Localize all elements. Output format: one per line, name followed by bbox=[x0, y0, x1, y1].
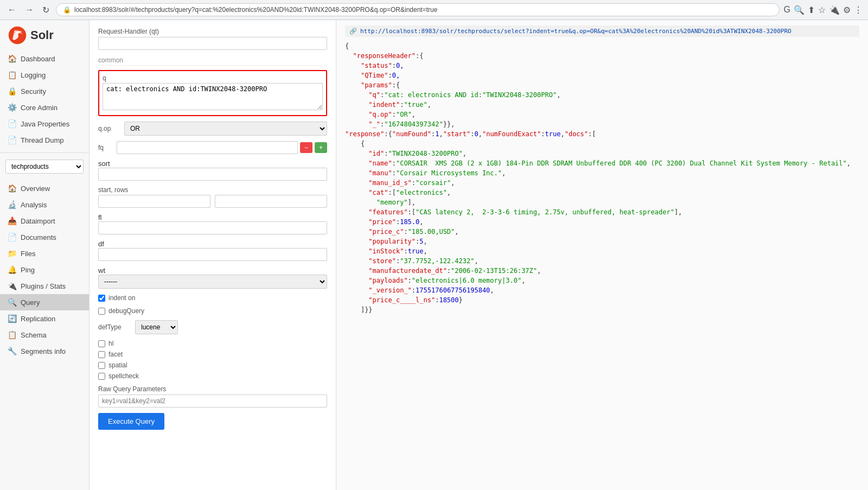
sidebar-item-label: Ping bbox=[21, 266, 35, 274]
fq-row: fq − + bbox=[98, 141, 327, 154]
debugquery-row: debugQuery bbox=[98, 307, 327, 315]
solr-logo: Solr bbox=[0, 20, 89, 48]
core-admin-icon: ⚙️ bbox=[8, 103, 16, 112]
sidebar-item-java-properties[interactable]: 📄 Java Properties bbox=[0, 116, 89, 132]
analysis-icon: 🔬 bbox=[8, 200, 16, 209]
sidebar-item-label: Plugins / Stats bbox=[21, 282, 66, 290]
sidebar-item-label: Core Admin bbox=[21, 104, 58, 112]
sidebar-item-label: Thread Dump bbox=[21, 136, 63, 144]
debugquery-checkbox[interactable] bbox=[98, 308, 105, 315]
ping-icon: 🔔 bbox=[8, 265, 16, 274]
fl-row: fl bbox=[98, 213, 327, 234]
search-icon[interactable]: 🔍 bbox=[794, 5, 805, 15]
rows-spacer bbox=[215, 186, 327, 194]
sidebar-item-files[interactable]: 📁 Files bbox=[0, 245, 89, 262]
sidebar-item-analysis[interactable]: 🔬 Analysis bbox=[0, 196, 89, 213]
facet-checkbox[interactable] bbox=[98, 351, 105, 358]
settings-icon[interactable]: ⚙ bbox=[843, 5, 851, 15]
sidebar-item-logging[interactable]: 📋 Logging bbox=[0, 67, 89, 83]
indent-label: indent on bbox=[108, 294, 135, 302]
spellcheck-checkbox[interactable] bbox=[98, 373, 105, 380]
request-handler-input[interactable]: /select bbox=[98, 37, 327, 50]
start-group: start, rows 0 bbox=[98, 186, 210, 208]
json-output: { "responseHeader":{ "status":0, "QTime"… bbox=[345, 41, 859, 315]
facet-row: facet bbox=[98, 351, 327, 358]
hl-checkbox[interactable] bbox=[98, 340, 105, 347]
sidebar-item-label: Documents bbox=[21, 233, 56, 241]
results-url-icon: 🔗 bbox=[349, 28, 357, 35]
sidebar-item-dashboard[interactable]: 🏠 Dashboard bbox=[0, 50, 89, 67]
execute-query-button[interactable]: Execute Query bbox=[98, 413, 164, 430]
qop-label: q.op bbox=[98, 125, 120, 132]
refresh-button[interactable]: ↻ bbox=[40, 4, 52, 16]
indent-checkbox[interactable] bbox=[98, 295, 105, 302]
bookmark-icon[interactable]: ☆ bbox=[818, 5, 826, 15]
address-bar[interactable]: 🔒 localhost:8983/solr/#/techproducts/que… bbox=[56, 3, 780, 16]
url-text: localhost:8983/solr/#/techproducts/query… bbox=[74, 6, 437, 14]
extensions-icon[interactable]: 🔌 bbox=[829, 5, 840, 15]
fl-input[interactable] bbox=[98, 221, 327, 234]
collection-dropdown[interactable]: techproducts bbox=[5, 160, 84, 174]
deftype-row: defType lucene dismax edismax bbox=[98, 320, 327, 334]
sidebar-item-query[interactable]: 🔍 Query bbox=[0, 294, 89, 310]
fq-minus-button[interactable]: − bbox=[300, 142, 312, 153]
fq-input[interactable] bbox=[117, 141, 298, 154]
raw-params-input[interactable] bbox=[98, 394, 327, 408]
security-icon: 🔒 bbox=[8, 87, 16, 96]
sidebar-item-label: Java Properties bbox=[21, 120, 69, 128]
q-label: q bbox=[103, 74, 323, 82]
spellcheck-row: spellcheck bbox=[98, 372, 327, 380]
rows-input[interactable]: 10 bbox=[215, 195, 327, 208]
forward-button[interactable]: → bbox=[23, 4, 36, 16]
sidebar-item-ping[interactable]: 🔔 Ping bbox=[0, 262, 89, 278]
sort-input[interactable] bbox=[98, 168, 327, 181]
sidebar-item-segments-info[interactable]: 🔧 Segments info bbox=[0, 343, 89, 359]
wt-select[interactable]: ------ json xml csv bbox=[98, 275, 327, 289]
sidebar-item-plugins-stats[interactable]: 🔌 Plugins / Stats bbox=[0, 278, 89, 294]
hl-label: hl bbox=[108, 340, 113, 347]
fq-plus-button[interactable]: + bbox=[315, 142, 327, 153]
dashboard-icon: 🏠 bbox=[8, 54, 16, 63]
request-handler-group: Request-Handler (qt) /select bbox=[98, 28, 327, 50]
sidebar-item-dataimport[interactable]: 📥 Dataimport bbox=[0, 213, 89, 229]
spatial-checkbox[interactable] bbox=[98, 362, 105, 369]
spatial-row: spatial bbox=[98, 361, 327, 369]
sidebar: Solr 🏠 Dashboard 📋 Logging 🔒 Security ⚙️… bbox=[0, 20, 90, 490]
sidebar-item-schema[interactable]: 📋 Schema bbox=[0, 327, 89, 343]
hl-row: hl bbox=[98, 340, 327, 347]
spellcheck-label: spellcheck bbox=[108, 372, 139, 380]
sidebar-item-documents[interactable]: 📄 Documents bbox=[0, 229, 89, 245]
sidebar-item-label: Logging bbox=[21, 71, 46, 79]
share-icon[interactable]: ⬆ bbox=[808, 5, 815, 15]
back-button[interactable]: ← bbox=[5, 4, 18, 16]
global-nav: 🏠 Dashboard 📋 Logging 🔒 Security ⚙️ Core… bbox=[0, 48, 89, 150]
indent-row: indent on bbox=[98, 294, 327, 302]
sidebar-item-replication[interactable]: 🔄 Replication bbox=[0, 310, 89, 327]
dataimport-icon: 📥 bbox=[8, 217, 16, 225]
wt-label: wt bbox=[98, 266, 105, 275]
sidebar-item-label: Analysis bbox=[21, 201, 47, 209]
start-input[interactable]: 0 bbox=[98, 195, 210, 208]
main-content: Request-Handler (qt) /select common q ca… bbox=[90, 20, 868, 490]
df-row: df bbox=[98, 240, 327, 261]
sidebar-item-core-admin[interactable]: ⚙️ Core Admin bbox=[0, 99, 89, 116]
qop-row: q.op OR AND bbox=[98, 122, 327, 136]
menu-icon[interactable]: ⋮ bbox=[854, 5, 863, 15]
sidebar-item-security[interactable]: 🔒 Security bbox=[0, 83, 89, 99]
sidebar-item-label: Dataimport bbox=[21, 217, 55, 225]
collection-selector[interactable]: techproducts bbox=[5, 160, 84, 174]
df-input[interactable] bbox=[98, 248, 327, 261]
raw-params-group: Raw Query Parameters bbox=[98, 385, 327, 408]
replication-icon: 🔄 bbox=[8, 314, 16, 323]
q-textarea[interactable]: cat: electronics AND id:TWINX2048-3200PR… bbox=[103, 83, 323, 110]
qop-select[interactable]: OR AND bbox=[124, 122, 327, 136]
sidebar-item-overview[interactable]: 🏠 Overview bbox=[0, 180, 89, 196]
google-icon[interactable]: G bbox=[784, 5, 790, 15]
q-box: q cat: electronics AND id:TWINX2048-3200… bbox=[98, 70, 327, 116]
deftype-label: defType bbox=[98, 323, 131, 331]
df-label: df bbox=[98, 240, 104, 248]
deftype-select[interactable]: lucene dismax edismax bbox=[135, 320, 178, 334]
sidebar-item-thread-dump[interactable]: 📄 Thread Dump bbox=[0, 132, 89, 148]
browser-chrome: ← → ↻ 🔒 localhost:8983/solr/#/techproduc… bbox=[0, 0, 868, 20]
raw-params-label: Raw Query Parameters bbox=[98, 385, 327, 393]
